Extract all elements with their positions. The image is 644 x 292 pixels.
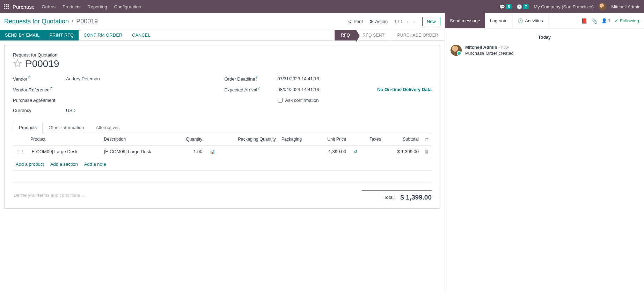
help-icon[interactable]: ? bbox=[256, 76, 258, 80]
tab-other-info[interactable]: Other Information bbox=[43, 122, 90, 133]
currency-label: Currency bbox=[13, 108, 62, 113]
drag-handle-icon[interactable]: ⋮⋮ bbox=[13, 145, 28, 158]
delete-row-icon[interactable]: 🗑 bbox=[424, 149, 429, 154]
table-row[interactable]: ⋮⋮ [E-COM09] Large Desk [E-COM09] Large … bbox=[13, 145, 432, 158]
line-product[interactable]: [E-COM09] Large Desk bbox=[28, 145, 101, 158]
col-packaging[interactable]: Packaging bbox=[279, 133, 315, 145]
topbar: Purchase Orders Products Reporting Confi… bbox=[0, 0, 644, 13]
line-pkg-qty[interactable] bbox=[218, 145, 278, 158]
following-button[interactable]: ✔ Following bbox=[615, 18, 639, 23]
cancel-button[interactable]: CANCEL bbox=[127, 30, 155, 40]
vendor-field[interactable]: Audrey Peterson bbox=[66, 76, 220, 81]
line-subtotal: $ 1,399.00 bbox=[384, 145, 422, 158]
print-rfq-button[interactable]: PRINT RFQ bbox=[45, 30, 79, 40]
add-product-link[interactable]: Add a product bbox=[16, 162, 44, 167]
print-label: Print bbox=[353, 19, 363, 24]
chat-icon: 💬 bbox=[499, 4, 505, 9]
status-rfq[interactable]: RFQ bbox=[335, 30, 356, 40]
help-icon[interactable]: ? bbox=[28, 76, 30, 80]
print-button[interactable]: 🖨 Print bbox=[347, 19, 363, 24]
attachment-icon[interactable]: 📎 bbox=[591, 18, 597, 24]
terms-input[interactable]: Define your terms and conditions ... bbox=[13, 190, 362, 200]
user-menu[interactable]: Mitchell Admin bbox=[611, 4, 641, 9]
nav-reporting[interactable]: Reporting bbox=[87, 4, 107, 9]
col-pkg-qty[interactable]: Packaging Quantity bbox=[218, 133, 278, 145]
status-steps: RFQ RFQ SENT PURCHASE ORDER bbox=[335, 30, 445, 40]
line-taxes[interactable] bbox=[360, 145, 384, 158]
forecast-icon[interactable]: 📊 bbox=[210, 149, 215, 154]
messages-button[interactable]: 💬 5 bbox=[499, 4, 512, 9]
svg-rect-2 bbox=[8, 4, 9, 6]
pager-prev[interactable]: ‹ bbox=[406, 19, 410, 24]
add-note-link[interactable]: Add a note bbox=[84, 162, 106, 167]
notebook-tabs: Products Other Information Alternatives bbox=[13, 121, 432, 133]
apps-icon[interactable] bbox=[3, 4, 9, 9]
pager: 1 / 1 ‹ › bbox=[394, 19, 416, 24]
action-button[interactable]: ⚙ Action bbox=[369, 19, 388, 24]
control-panel: Requests for Quotation / P00019 🖨 Print … bbox=[0, 13, 445, 30]
send-message-button[interactable]: Send message bbox=[445, 13, 485, 28]
line-packaging[interactable] bbox=[279, 145, 315, 158]
help-icon[interactable]: ? bbox=[50, 87, 52, 90]
line-quantity[interactable]: 1.00 bbox=[175, 145, 205, 158]
book-icon[interactable]: 📕 bbox=[581, 18, 587, 24]
chatter-topbar: Send message Log note 🕑 Activities 📕 📎 👤… bbox=[445, 13, 644, 29]
col-quantity[interactable]: Quantity bbox=[175, 133, 205, 145]
log-note-button[interactable]: Log note bbox=[485, 13, 513, 28]
gear-icon: ⚙ bbox=[369, 19, 373, 24]
ontime-link[interactable]: No On-time Delivery Data bbox=[377, 87, 432, 92]
svg-rect-4 bbox=[6, 6, 7, 7]
add-section-link[interactable]: Add a section bbox=[50, 162, 78, 167]
activities-label: Activities bbox=[525, 18, 543, 23]
svg-rect-6 bbox=[4, 8, 5, 9]
status-purchase-order[interactable]: PURCHASE ORDER bbox=[391, 30, 445, 40]
field-grid: Vendor? Audrey Peterson Order Deadline? … bbox=[13, 76, 432, 113]
breadcrumb-root[interactable]: Requests for Quotation bbox=[4, 18, 69, 25]
followers-button[interactable]: 👤 1 bbox=[601, 18, 610, 23]
new-button[interactable]: New bbox=[422, 17, 440, 26]
pager-value[interactable]: 1 / 1 bbox=[394, 19, 403, 24]
avatar[interactable] bbox=[599, 3, 606, 10]
confirm-order-button[interactable]: CONFIRM ORDER bbox=[79, 30, 127, 40]
deadline-field[interactable]: 07/31/2023 14:41:13 bbox=[278, 76, 432, 81]
line-unit-price[interactable]: 1,399.00 bbox=[315, 145, 349, 158]
message-author[interactable]: Mitchell Admin bbox=[465, 45, 497, 50]
svg-rect-1 bbox=[6, 4, 7, 6]
avatar[interactable] bbox=[451, 45, 462, 56]
chatter-thread: Today Mitchell Admin - now Purchase Orde… bbox=[445, 29, 644, 292]
pager-next[interactable]: › bbox=[412, 19, 416, 24]
optional-columns-icon[interactable]: ⇄ bbox=[425, 137, 429, 142]
col-taxes[interactable]: Taxes bbox=[360, 133, 384, 145]
currency-field[interactable]: USD bbox=[66, 108, 220, 113]
activities-button[interactable]: 🕑 7 bbox=[517, 4, 529, 9]
breadcrumb-sep: / bbox=[72, 18, 73, 25]
help-icon[interactable]: ? bbox=[257, 87, 259, 90]
col-subtotal[interactable]: Subtotal bbox=[384, 133, 422, 145]
nav-configuration[interactable]: Configuration bbox=[114, 4, 141, 9]
col-unit-price[interactable]: Unit Price bbox=[315, 133, 349, 145]
message-time: - now bbox=[499, 45, 509, 50]
messages-badge: 5 bbox=[506, 4, 512, 9]
col-description[interactable]: Description bbox=[101, 133, 175, 145]
tab-alternatives[interactable]: Alternatives bbox=[90, 122, 125, 133]
form-subtitle: Request for Quotation bbox=[13, 52, 432, 58]
arrival-field[interactable]: 08/04/2023 14:41:13 bbox=[278, 87, 319, 92]
company-switcher[interactable]: My Company (San Francisco) bbox=[534, 4, 594, 9]
breadcrumb: Requests for Quotation / P00019 bbox=[4, 18, 98, 25]
nav-orders[interactable]: Orders bbox=[42, 4, 56, 9]
top-nav: Orders Products Reporting Configuration bbox=[42, 4, 141, 9]
app-brand[interactable]: Purchase bbox=[13, 4, 35, 10]
page-title: P00019 bbox=[25, 58, 59, 69]
chatter: Send message Log note 🕑 Activities 📕 📎 👤… bbox=[445, 13, 644, 292]
nav-products[interactable]: Products bbox=[63, 4, 80, 9]
col-product[interactable]: Product bbox=[28, 133, 101, 145]
send-email-button[interactable]: SEND BY EMAIL bbox=[0, 30, 45, 40]
status-rfq-sent[interactable]: RFQ SENT bbox=[356, 30, 391, 40]
line-description[interactable]: [E-COM09] Large Desk bbox=[101, 145, 175, 158]
star-icon[interactable] bbox=[13, 59, 22, 69]
ask-confirmation-checkbox[interactable] bbox=[278, 98, 283, 103]
activities-tab[interactable]: 🕑 Activities bbox=[512, 13, 548, 28]
tab-products[interactable]: Products bbox=[13, 122, 43, 133]
print-icon: 🖨 bbox=[347, 19, 352, 24]
price-history-icon[interactable]: ↺ bbox=[354, 149, 357, 154]
